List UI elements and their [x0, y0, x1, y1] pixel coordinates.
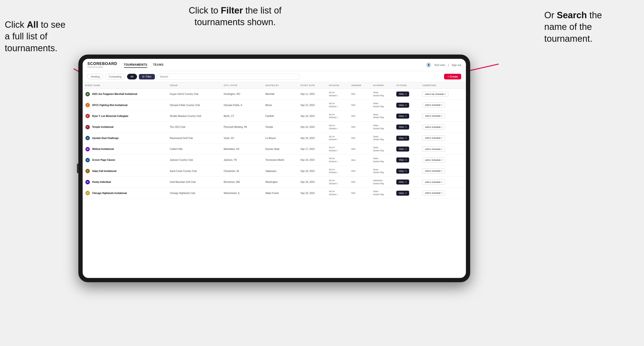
- gender-cell-2: Men: [349, 111, 371, 121]
- table-row: U Upstate Dual Challenge Ravenwood Golf …: [83, 133, 466, 144]
- add-schedule-button-4[interactable]: Add to Schedule +: [422, 135, 445, 141]
- competing-cell-1: Add to Schedule +: [420, 100, 466, 111]
- division-cell-9: NCAADivision I: [326, 187, 349, 198]
- actions-cell-0: View ⓘ: [394, 89, 420, 100]
- gender-cell-8: Men: [349, 177, 371, 187]
- scoring-cell-4: Team,Stroke Play: [371, 133, 394, 144]
- annotation-top-center: Click to Filter the list oftournaments s…: [166, 5, 304, 28]
- view-button-0[interactable]: View ⓘ: [396, 92, 409, 97]
- table-row: V Valpo Fall Invitational Sand Creek Cou…: [83, 166, 466, 176]
- date-cell-9: Sep 18, 2023: [298, 187, 326, 198]
- tablet-device: SCOREBOARD Powered by clippd TOURNAMENTS…: [78, 54, 470, 282]
- date-cell-5: Sep 17, 2023: [298, 144, 326, 154]
- view-button-3[interactable]: View ⓘ: [396, 125, 409, 130]
- nav-tab-teams[interactable]: TEAMS: [153, 62, 164, 68]
- event-cell-6: U Grover Page Classic: [83, 155, 168, 166]
- add-schedule-button-0[interactable]: Add to My Schedule +: [422, 92, 448, 97]
- hosted-cell-9: Wake Forest: [263, 187, 298, 198]
- tab-competing[interactable]: Competing: [105, 74, 125, 79]
- gender-cell-3: Men: [349, 122, 371, 133]
- view-button-5[interactable]: View ⓘ: [396, 147, 409, 152]
- tournaments-table: EVENT NAME VENUE CITY, STATE HOSTED BY S…: [83, 82, 466, 199]
- competing-cell-6: Add to Schedule +: [420, 155, 466, 166]
- team-logo-4: U: [85, 135, 90, 141]
- actions-cell-1: View ⓘ: [394, 100, 420, 111]
- add-schedule-button-3[interactable]: Add to Schedule +: [422, 125, 445, 130]
- venue-cell-2: Shuttle Meadow Country Club: [168, 111, 221, 121]
- add-schedule-button-5[interactable]: Add to Schedule +: [422, 147, 445, 152]
- event-name-7: Valpo Fall Invitational: [92, 170, 116, 173]
- actions-cell-8: View ⓘ: [394, 177, 420, 187]
- division-cell-6: NCAADivision I: [326, 155, 349, 166]
- add-schedule-button-8[interactable]: Add to Schedule +: [422, 179, 445, 185]
- add-schedule-button-9[interactable]: Add to Schedule +: [422, 190, 445, 196]
- hosted-cell-4: Le Moyne: [263, 133, 298, 144]
- table-row: W Husky Individual Gold Mountain Golf Cl…: [83, 177, 466, 187]
- view-button-7[interactable]: View ⓘ: [396, 169, 409, 173]
- svg-text:W: W: [87, 192, 88, 194]
- sign-out-link[interactable]: Sign out: [452, 64, 461, 66]
- tab-all[interactable]: All: [127, 74, 137, 79]
- venue-cell-9: Chicago Highlands Club: [168, 187, 221, 198]
- col-hosted-by: HOSTED BY: [263, 82, 298, 89]
- view-button-8[interactable]: View ⓘ: [396, 179, 409, 184]
- scoring-cell-3: Team,Stroke Play: [371, 122, 394, 133]
- event-name-1: OFCC Fighting Illini Invitational: [92, 104, 128, 107]
- search-input[interactable]: [157, 73, 299, 80]
- city-cell-6: Jackson, TN: [221, 155, 263, 166]
- actions-cell-6: View ⓘ: [394, 155, 420, 166]
- svg-text:U: U: [87, 159, 88, 161]
- team-logo-5: W: [85, 147, 90, 152]
- actions-cell-3: View ⓘ: [394, 122, 420, 133]
- division-cell-3: NCAADivision I: [326, 122, 349, 133]
- city-cell-0: Huntington, WV: [221, 89, 263, 100]
- division-cell-7: NCAADivision I: [326, 166, 349, 176]
- venue-cell-7: Sand Creek Country Club: [168, 166, 221, 176]
- event-name-6: Grover Page Classic: [92, 159, 115, 161]
- col-actions: ACTIONS: [394, 82, 420, 89]
- view-button-2[interactable]: View ⓘ: [396, 114, 409, 119]
- table-row: F Ryan T. Lee Memorial Collegiate Shuttl…: [83, 111, 466, 121]
- event-cell-2: F Ryan T. Lee Memorial Collegiate: [83, 111, 168, 121]
- date-cell-7: Sep 18, 2023: [298, 166, 326, 176]
- filter-button[interactable]: ⊟ Filter: [139, 74, 155, 79]
- hosted-cell-0: Marshall: [263, 89, 298, 100]
- city-cell-2: Berlin, CT: [221, 111, 263, 121]
- add-schedule-button-2[interactable]: Add to Schedule +: [422, 113, 445, 119]
- date-cell-0: Sep 11, 2023: [298, 89, 326, 100]
- event-cell-7: V Valpo Fall Invitational: [83, 166, 168, 176]
- team-logo-3: T: [85, 125, 90, 130]
- view-button-4[interactable]: View ⓘ: [396, 136, 409, 141]
- app-header: SCOREBOARD Powered by clippd TOURNAMENTS…: [83, 59, 466, 71]
- svg-text:I: I: [88, 104, 88, 106]
- scoring-cell-2: Team,Stroke Play: [371, 111, 394, 121]
- scoring-cell-5: Team,Stroke Play: [371, 144, 394, 154]
- tab-hosting[interactable]: Hosting: [88, 74, 103, 79]
- event-name-2: Ryan T. Lee Memorial Collegiate: [92, 115, 128, 117]
- actions-cell-7: View ⓘ: [394, 166, 420, 176]
- scoring-cell-0: Team,Stroke Play: [371, 89, 394, 100]
- team-logo-6: U: [85, 158, 90, 163]
- table-row: I OFCC Fighting Illini Invitational Olym…: [83, 100, 466, 111]
- add-schedule-button-7[interactable]: Add to Schedule +: [422, 168, 445, 173]
- competing-cell-4: Add to Schedule +: [420, 133, 466, 144]
- add-schedule-button-1[interactable]: Add to Schedule +: [422, 102, 445, 108]
- scoring-cell-9: Team,Stroke Play: [371, 187, 394, 198]
- create-button[interactable]: + Create: [444, 74, 461, 79]
- competing-cell-5: Add to Schedule +: [420, 144, 466, 154]
- division-cell-0: NCAADivision I: [326, 89, 349, 100]
- add-schedule-button-6[interactable]: Add to Schedule +: [422, 158, 445, 163]
- scoring-cell-7: Team,Stroke Play: [371, 166, 394, 176]
- venue-cell-5: Colbert Hills: [168, 144, 221, 154]
- date-cell-3: Sep 16, 2023: [298, 122, 326, 133]
- city-cell-8: Bremerton, WA: [221, 177, 263, 187]
- event-cell-1: I OFCC Fighting Illini Invitational: [83, 100, 168, 111]
- view-button-6[interactable]: View ⓘ: [396, 158, 409, 163]
- view-button-1[interactable]: View ⓘ: [396, 103, 409, 108]
- view-button-9[interactable]: View ⓘ: [396, 191, 409, 196]
- tablet-side-button: [77, 164, 78, 173]
- venue-cell-6: Jackson Country Club: [168, 155, 221, 166]
- gender-cell-6: Men: [349, 155, 371, 166]
- nav-tab-tournaments[interactable]: TOURNAMENTS: [124, 62, 148, 68]
- filter-label: Filter: [146, 75, 152, 78]
